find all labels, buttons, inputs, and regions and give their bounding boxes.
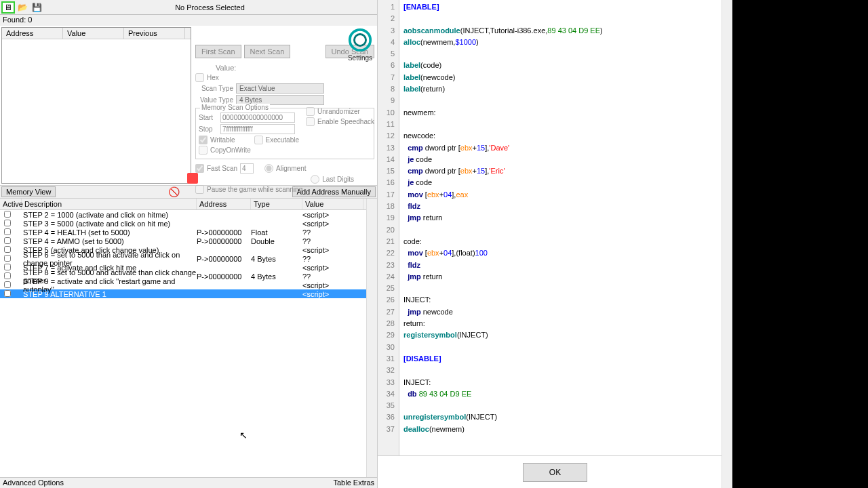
scan-results-list[interactable]: Address Value Previous: [1, 27, 191, 184]
save-icon[interactable]: 💾: [30, 1, 43, 14]
fastscan-input[interactable]: [240, 163, 254, 174]
editor-scrollbar[interactable]: [722, 0, 732, 455]
value-label: Value:: [216, 64, 374, 72]
active-checkbox[interactable]: [4, 220, 11, 226]
stop-input[interactable]: [220, 124, 295, 134]
scantype-select[interactable]: Exact Value: [236, 83, 324, 94]
ok-button[interactable]: OK: [523, 463, 587, 482]
fastscan-cb[interactable]: [195, 164, 204, 173]
active-checkbox[interactable]: [4, 246, 11, 253]
hex-checkbox[interactable]: [195, 73, 204, 82]
settings-link[interactable]: Settings: [347, 54, 373, 62]
found-count: Found: 0: [0, 15, 377, 26]
table-row[interactable]: STEP 9 = activate and click ''restart ga…: [0, 281, 377, 289]
cheat-engine-icon: [347, 27, 373, 53]
ce-logo[interactable]: Settings: [347, 27, 373, 62]
main-panel: 🖥 📂 💾 No Process Selected Found: 0 Addre…: [0, 0, 378, 488]
table-row[interactable]: STEP 3 = 5000 (activate and click on hit…: [0, 219, 377, 228]
pause-cb[interactable]: [195, 185, 204, 194]
no-icon: 🚫: [168, 186, 180, 197]
table-row[interactable]: STEP 2 = 1000 (activate and click on hit…: [0, 210, 377, 219]
col-previous[interactable]: Previous: [124, 28, 185, 39]
active-checkbox[interactable]: [4, 264, 11, 270]
table-row[interactable]: STEP 6 = set to 5000 than activate and c…: [0, 254, 377, 263]
advanced-options[interactable]: Advanced Options: [3, 479, 64, 487]
table-row[interactable]: STEP 4 = HEALTH (set to 5000)P->00000000…: [0, 228, 377, 237]
active-checkbox[interactable]: [4, 281, 11, 288]
col-address[interactable]: Address: [2, 28, 63, 39]
speedhack-cb[interactable]: [306, 117, 315, 126]
address-table[interactable]: Active Description Address Type Value ST…: [0, 199, 377, 477]
active-checkbox[interactable]: [4, 290, 11, 297]
writable-cb[interactable]: [199, 136, 208, 144]
table-row[interactable]: STEP 9 ALTERNATIVE 1<script>: [0, 289, 377, 298]
active-checkbox[interactable]: [4, 211, 11, 218]
toolbar: 🖥 📂 💾 No Process Selected: [0, 0, 377, 15]
speedhack-icon[interactable]: [187, 173, 198, 184]
scan-options: Settings First Scan Next Scan Undo Scan …: [193, 26, 377, 185]
memory-view-button[interactable]: Memory View: [1, 186, 56, 197]
lastdig-radio[interactable]: [311, 175, 319, 184]
unrand-cb[interactable]: [306, 107, 315, 116]
first-scan-button[interactable]: First Scan: [195, 45, 241, 58]
code-text[interactable]: [ENABLE] aobscanmodule(INJECT,Tutorial-i…: [399, 0, 732, 455]
active-checkbox[interactable]: [4, 272, 11, 279]
process-label: No Process Selected: [44, 3, 376, 12]
col-addr[interactable]: Address: [197, 199, 251, 209]
script-editor: 1 2 3 4 5 6 7 8 9 10 11 12 13 14 15 16 1…: [378, 0, 732, 488]
active-checkbox[interactable]: [4, 237, 11, 244]
align-radio[interactable]: [264, 164, 273, 173]
col-value[interactable]: Value: [63, 28, 124, 39]
svg-point-1: [354, 34, 366, 45]
line-gutter: 1 2 3 4 5 6 7 8 9 10 11 12 13 14 15 16 1…: [378, 0, 399, 455]
col-desc[interactable]: Description: [22, 199, 197, 209]
col-type[interactable]: Type: [251, 199, 302, 209]
table-scrollbar[interactable]: [366, 199, 377, 477]
col-active[interactable]: Active: [0, 199, 22, 209]
exec-cb[interactable]: [254, 136, 263, 144]
next-scan-button[interactable]: Next Scan: [244, 45, 291, 58]
active-checkbox[interactable]: [4, 255, 11, 262]
cow-cb[interactable]: [199, 146, 208, 155]
svg-point-0: [350, 30, 370, 50]
open-file-icon[interactable]: 📂: [16, 1, 29, 14]
table-row[interactable]: STEP 4 = AMMO (set to 5000)P->00000000Do…: [0, 237, 377, 245]
active-checkbox[interactable]: [4, 228, 11, 235]
start-input[interactable]: [220, 113, 295, 123]
table-extras[interactable]: Table Extras: [333, 479, 374, 487]
col-val[interactable]: Value: [302, 199, 363, 209]
open-process-icon[interactable]: 🖥: [1, 1, 15, 14]
